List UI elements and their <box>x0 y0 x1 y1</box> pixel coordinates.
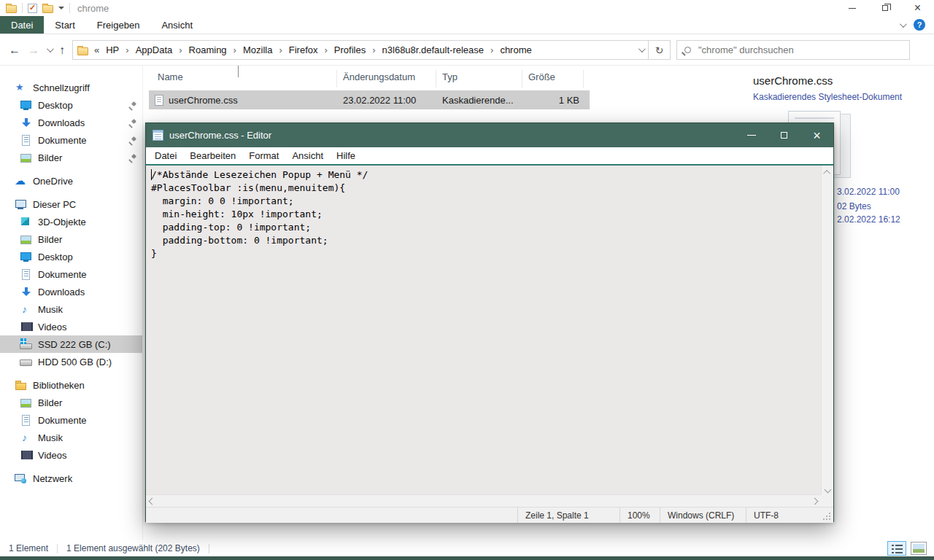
details-size: 02 Bytes <box>837 201 871 211</box>
column-header-name[interactable]: Name <box>143 70 337 88</box>
breadcrumb-roaming[interactable]: Roaming <box>187 44 229 55</box>
notepad-menubar: Datei Bearbeiten Format Ansicht Hilfe <box>146 147 833 164</box>
table-row-userchrome-css[interactable]: userChrome.css 23.02.2022 11:00 Kaskadie… <box>149 90 590 109</box>
file-type: Kaskadierende... <box>436 95 522 106</box>
sidebar-item-bibliotheken[interactable]: Bibliotheken <box>0 376 142 394</box>
breadcrumb-profiles[interactable]: Profiles <box>332 44 368 55</box>
column-header-aenderungsdatum[interactable]: Änderungsdatum <box>337 70 436 88</box>
restore-button[interactable] <box>868 0 901 16</box>
expand-ribbon-icon[interactable] <box>900 20 907 28</box>
resize-grip[interactable] <box>813 508 833 523</box>
scroll-down-icon[interactable] <box>825 486 832 494</box>
sidebar-item-hdd-d[interactable]: HDD 500 GB (D:) <box>0 353 142 370</box>
menu-format[interactable]: Format <box>242 150 285 161</box>
desktop-icon <box>20 99 32 111</box>
forward-button[interactable] <box>28 44 39 57</box>
sidebar-item-bilder-pc[interactable]: Bilder <box>0 230 142 248</box>
music-note-icon <box>20 303 32 315</box>
breadcrumb-overflow-chevron[interactable] <box>94 44 99 55</box>
sidebar-item-bilder[interactable]: Bilder <box>0 149 142 166</box>
explorer-statusbar: 1 Element 1 Element ausgewählt (202 Byte… <box>0 540 934 556</box>
sidebar-item-desktop-pc[interactable]: Desktop <box>0 248 142 265</box>
sidebar-item-ssd-c[interactable]: SSD 222 GB (C:) <box>0 335 142 353</box>
notepad-close-button[interactable] <box>800 123 833 147</box>
picture-icon <box>20 152 32 163</box>
up-button[interactable] <box>59 44 65 57</box>
cursor-position: Zeile 1, Spalte 1 <box>517 508 620 523</box>
sidebar-item-dokumente[interactable]: Dokumente <box>0 131 142 149</box>
sidebar-item-musik-lib[interactable]: Musik <box>0 429 142 446</box>
scroll-up-icon[interactable] <box>823 170 830 177</box>
sidebar-item-bilder-lib[interactable]: Bilder <box>0 394 142 411</box>
sidebar-item-dieser-pc[interactable]: Dieser PC <box>0 195 142 213</box>
large-icons-view-button[interactable] <box>911 542 927 555</box>
breadcrumb-appdata[interactable]: AppData <box>134 44 175 55</box>
back-button[interactable] <box>9 44 20 57</box>
notepad-text-area[interactable]: /*Abstände Lesezeichen Popup + Menü */ #… <box>146 166 833 507</box>
column-header-groesse[interactable]: Größe <box>522 70 584 88</box>
sidebar-item-netzwerk[interactable]: Netzwerk <box>0 470 142 487</box>
menu-bearbeiten[interactable]: Bearbeiten <box>183 150 242 161</box>
sidebar-item-videos-pc[interactable]: Videos <box>0 318 142 335</box>
sidebar-item-dokumente-lib[interactable]: Dokumente <box>0 411 142 429</box>
properties-icon[interactable] <box>28 4 37 13</box>
sidebar-item-downloads[interactable]: Downloads <box>0 114 142 131</box>
sidebar-item-videos-lib[interactable]: Videos <box>0 446 142 464</box>
breadcrumb-separator <box>123 44 131 55</box>
breadcrumb-profile-folder[interactable]: n3l68u8r.default-release <box>380 44 487 55</box>
notepad-titlebar[interactable]: userChrome.css - Editor <box>146 123 833 147</box>
items-count: 1 Element <box>0 543 57 553</box>
quick-access-star-icon <box>15 82 27 93</box>
notepad-icon <box>153 130 163 141</box>
text-caret <box>151 169 152 180</box>
menu-hilfe[interactable]: Hilfe <box>330 150 362 161</box>
sidebar-item-downloads-pc[interactable]: Downloads <box>0 283 142 300</box>
menu-ansicht[interactable]: Ansicht <box>285 150 330 161</box>
vertical-scrollbar[interactable] <box>821 166 833 494</box>
breadcrumb-mozilla[interactable]: Mozilla <box>241 44 274 55</box>
app-folder-icon <box>6 5 17 13</box>
tab-datei[interactable]: Datei <box>0 16 44 34</box>
computer-icon <box>15 198 27 210</box>
sidebar-item-schnellzugriff[interactable]: Schnellzugriff <box>0 79 142 96</box>
notepad-content[interactable]: /*Abstände Lesezeichen Popup + Menü */ #… <box>146 166 821 494</box>
tab-start[interactable]: Start <box>44 16 85 34</box>
breadcrumb-separator <box>176 44 185 55</box>
sidebar-item-3d-objekte[interactable]: 3D-Objekte <box>0 213 142 230</box>
sidebar-item-onedrive[interactable]: OneDrive <box>0 172 142 190</box>
notepad-maximize-button[interactable] <box>768 123 800 147</box>
tab-ansicht[interactable]: Ansicht <box>150 16 204 34</box>
maximize-icon <box>781 132 787 139</box>
new-folder-icon[interactable] <box>42 5 53 13</box>
breadcrumb-hp[interactable]: HP <box>104 44 121 55</box>
column-header-typ[interactable]: Typ <box>436 70 522 88</box>
window-controls <box>835 0 934 16</box>
sort-ascending-icon[interactable] <box>238 66 239 77</box>
tab-freigeben[interactable]: Freigeben <box>86 16 151 34</box>
music-note-icon <box>20 432 32 443</box>
scroll-left-icon[interactable] <box>149 498 156 505</box>
scroll-right-icon[interactable] <box>811 498 819 505</box>
breadcrumb-firefox[interactable]: Firefox <box>287 44 320 55</box>
sidebar-item-musik-pc[interactable]: Musik <box>0 300 142 318</box>
help-icon[interactable] <box>914 19 925 31</box>
address-bar[interactable]: HP AppData Roaming Mozilla Firefox Profi… <box>72 40 649 60</box>
sidebar-item-dokumente-pc[interactable]: Dokumente <box>0 265 142 283</box>
details-view-button[interactable] <box>887 541 906 556</box>
close-button[interactable] <box>901 0 934 16</box>
search-input[interactable]: "chrome" durchsuchen <box>676 40 910 60</box>
notepad-minimize-button[interactable] <box>735 123 768 147</box>
breadcrumb-chrome[interactable]: chrome <box>498 44 533 55</box>
minimize-button[interactable] <box>835 0 868 16</box>
horizontal-scrollbar[interactable] <box>146 494 821 507</box>
customize-toolbar-icon[interactable] <box>58 7 64 9</box>
sidebar-item-desktop[interactable]: Desktop <box>0 96 142 114</box>
library-folder-icon <box>15 379 27 391</box>
menu-datei[interactable]: Datei <box>148 150 183 161</box>
line-ending-type: Windows (CRLF) <box>660 508 746 523</box>
recent-locations-icon[interactable] <box>47 45 54 52</box>
drive-windows-icon <box>20 338 32 350</box>
address-dropdown-icon[interactable] <box>638 45 646 52</box>
refresh-button[interactable] <box>649 40 671 60</box>
details-created-date: 2.02.2022 16:12 <box>837 214 900 225</box>
